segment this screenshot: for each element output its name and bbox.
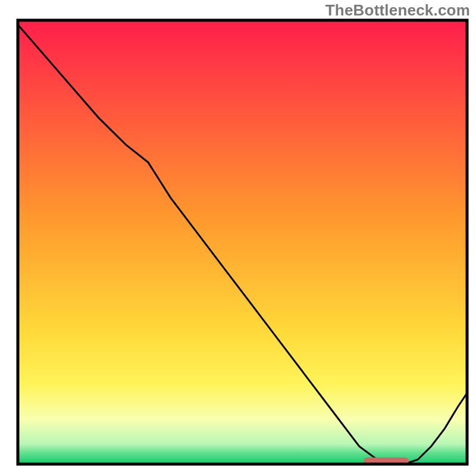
chart-stage: TheBottleneck.com xyxy=(0,0,476,476)
watermark-label: TheBottleneck.com xyxy=(325,1,470,20)
gradient-background xyxy=(18,20,467,464)
bottleneck-curve-chart xyxy=(0,0,476,476)
